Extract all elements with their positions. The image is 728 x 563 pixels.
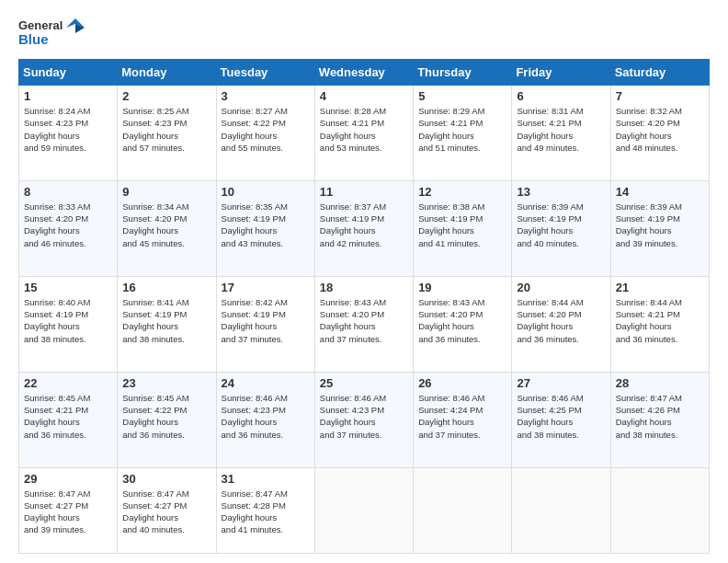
day-number: 31 <box>222 472 310 486</box>
day-number: 15 <box>24 281 112 294</box>
column-header-saturday: Saturday <box>610 60 709 86</box>
column-header-thursday: Thursday <box>414 60 512 86</box>
calendar-cell: 13Sunrise: 8:39 AMSunset: 4:19 PMDayligh… <box>512 180 610 276</box>
calendar-week-row: 1Sunrise: 8:24 AMSunset: 4:23 PMDaylight… <box>19 86 710 181</box>
page: General Blue SundayMondayTuesdayWednesda… <box>0 0 728 563</box>
calendar-cell: 25Sunrise: 8:46 AMSunset: 4:23 PMDayligh… <box>314 372 413 467</box>
svg-text:Blue: Blue <box>18 31 49 47</box>
day-number: 7 <box>616 89 704 103</box>
calendar-cell: 23Sunrise: 8:45 AMSunset: 4:22 PMDayligh… <box>118 372 216 467</box>
day-info: Sunrise: 8:47 AMSunset: 4:27 PMDaylight … <box>122 488 210 536</box>
calendar-cell <box>414 467 512 554</box>
calendar-cell: 2Sunrise: 8:25 AMSunset: 4:23 PMDaylight… <box>118 86 216 181</box>
calendar-cell: 18Sunrise: 8:43 AMSunset: 4:20 PMDayligh… <box>314 276 413 372</box>
calendar-cell: 10Sunrise: 8:35 AMSunset: 4:19 PMDayligh… <box>216 180 314 276</box>
calendar-cell: 6Sunrise: 8:31 AMSunset: 4:21 PMDaylight… <box>512 86 610 181</box>
day-info: Sunrise: 8:29 AMSunset: 4:21 PMDaylight … <box>418 105 506 154</box>
calendar-cell: 20Sunrise: 8:44 AMSunset: 4:20 PMDayligh… <box>512 276 610 372</box>
day-number: 12 <box>418 185 506 199</box>
calendar-cell: 12Sunrise: 8:38 AMSunset: 4:19 PMDayligh… <box>414 180 512 276</box>
calendar-cell: 16Sunrise: 8:41 AMSunset: 4:19 PMDayligh… <box>118 276 216 372</box>
day-number: 6 <box>517 89 605 103</box>
calendar-cell: 21Sunrise: 8:44 AMSunset: 4:21 PMDayligh… <box>610 276 709 372</box>
header: General Blue <box>18 15 710 52</box>
day-info: Sunrise: 8:46 AMSunset: 4:24 PMDaylight … <box>418 392 506 441</box>
day-info: Sunrise: 8:25 AMSunset: 4:23 PMDaylight … <box>122 105 210 154</box>
day-number: 29 <box>24 472 112 486</box>
calendar-table: SundayMondayTuesdayWednesdayThursdayFrid… <box>18 59 710 554</box>
day-info: Sunrise: 8:47 AMSunset: 4:28 PMDaylight … <box>222 488 310 536</box>
column-header-tuesday: Tuesday <box>216 60 314 86</box>
day-number: 25 <box>320 376 408 390</box>
column-header-wednesday: Wednesday <box>314 60 413 86</box>
calendar-week-row: 15Sunrise: 8:40 AMSunset: 4:19 PMDayligh… <box>19 276 710 372</box>
calendar-cell: 5Sunrise: 8:29 AMSunset: 4:21 PMDaylight… <box>414 86 512 181</box>
day-info: Sunrise: 8:43 AMSunset: 4:20 PMDaylight … <box>418 296 506 345</box>
calendar-cell: 11Sunrise: 8:37 AMSunset: 4:19 PMDayligh… <box>314 180 413 276</box>
column-header-monday: Monday <box>118 60 216 86</box>
calendar-cell <box>314 467 413 554</box>
calendar-cell: 17Sunrise: 8:42 AMSunset: 4:19 PMDayligh… <box>216 276 314 372</box>
calendar-header-row: SundayMondayTuesdayWednesdayThursdayFrid… <box>19 60 710 86</box>
calendar-cell: 4Sunrise: 8:28 AMSunset: 4:21 PMDaylight… <box>314 86 413 181</box>
day-number: 16 <box>122 281 210 294</box>
calendar-cell <box>512 467 610 554</box>
column-header-sunday: Sunday <box>19 60 118 86</box>
day-number: 18 <box>320 281 408 294</box>
calendar-week-row: 22Sunrise: 8:45 AMSunset: 4:21 PMDayligh… <box>19 372 710 467</box>
day-number: 10 <box>222 185 310 199</box>
day-number: 1 <box>24 89 112 103</box>
day-number: 4 <box>320 89 408 103</box>
day-info: Sunrise: 8:39 AMSunset: 4:19 PMDaylight … <box>616 201 704 249</box>
calendar-week-row: 29Sunrise: 8:47 AMSunset: 4:27 PMDayligh… <box>19 467 710 554</box>
day-number: 14 <box>616 185 704 199</box>
day-info: Sunrise: 8:45 AMSunset: 4:21 PMDaylight … <box>24 392 112 441</box>
calendar-cell: 8Sunrise: 8:33 AMSunset: 4:20 PMDaylight… <box>19 180 118 276</box>
logo-svg: General Blue <box>18 15 92 52</box>
calendar-cell: 30Sunrise: 8:47 AMSunset: 4:27 PMDayligh… <box>118 467 216 554</box>
day-info: Sunrise: 8:37 AMSunset: 4:19 PMDaylight … <box>320 201 408 249</box>
calendar-cell: 3Sunrise: 8:27 AMSunset: 4:22 PMDaylight… <box>216 86 314 181</box>
day-info: Sunrise: 8:40 AMSunset: 4:19 PMDaylight … <box>24 296 112 345</box>
calendar-cell: 9Sunrise: 8:34 AMSunset: 4:20 PMDaylight… <box>118 180 216 276</box>
day-info: Sunrise: 8:35 AMSunset: 4:19 PMDaylight … <box>222 201 310 249</box>
day-number: 22 <box>24 376 112 390</box>
day-number: 8 <box>24 185 112 199</box>
day-number: 13 <box>517 185 605 199</box>
day-number: 23 <box>122 376 210 390</box>
calendar-cell: 27Sunrise: 8:46 AMSunset: 4:25 PMDayligh… <box>512 372 610 467</box>
day-number: 9 <box>122 185 210 199</box>
calendar-cell <box>610 467 709 554</box>
calendar-cell: 7Sunrise: 8:32 AMSunset: 4:20 PMDaylight… <box>610 86 709 181</box>
day-number: 5 <box>418 89 506 103</box>
day-info: Sunrise: 8:41 AMSunset: 4:19 PMDaylight … <box>122 296 210 345</box>
calendar-cell: 19Sunrise: 8:43 AMSunset: 4:20 PMDayligh… <box>414 276 512 372</box>
day-number: 28 <box>616 376 704 390</box>
day-info: Sunrise: 8:43 AMSunset: 4:20 PMDaylight … <box>320 296 408 345</box>
day-info: Sunrise: 8:46 AMSunset: 4:25 PMDaylight … <box>517 392 605 441</box>
day-info: Sunrise: 8:27 AMSunset: 4:22 PMDaylight … <box>222 105 310 154</box>
day-number: 17 <box>222 281 310 294</box>
calendar-cell: 15Sunrise: 8:40 AMSunset: 4:19 PMDayligh… <box>19 276 118 372</box>
day-number: 21 <box>616 281 704 294</box>
day-info: Sunrise: 8:44 AMSunset: 4:20 PMDaylight … <box>517 296 605 345</box>
day-number: 27 <box>517 376 605 390</box>
day-info: Sunrise: 8:46 AMSunset: 4:23 PMDaylight … <box>222 392 310 441</box>
calendar-cell: 26Sunrise: 8:46 AMSunset: 4:24 PMDayligh… <box>414 372 512 467</box>
column-header-friday: Friday <box>512 60 610 86</box>
day-info: Sunrise: 8:42 AMSunset: 4:19 PMDaylight … <box>222 296 310 345</box>
day-info: Sunrise: 8:46 AMSunset: 4:23 PMDaylight … <box>320 392 408 441</box>
day-info: Sunrise: 8:45 AMSunset: 4:22 PMDaylight … <box>122 392 210 441</box>
day-info: Sunrise: 8:24 AMSunset: 4:23 PMDaylight … <box>24 105 112 154</box>
day-info: Sunrise: 8:44 AMSunset: 4:21 PMDaylight … <box>616 296 704 345</box>
day-info: Sunrise: 8:47 AMSunset: 4:26 PMDaylight … <box>616 392 704 441</box>
calendar-cell: 29Sunrise: 8:47 AMSunset: 4:27 PMDayligh… <box>19 467 118 554</box>
day-info: Sunrise: 8:31 AMSunset: 4:21 PMDaylight … <box>517 105 605 154</box>
day-number: 24 <box>222 376 310 390</box>
day-number: 11 <box>320 185 408 199</box>
calendar-cell: 22Sunrise: 8:45 AMSunset: 4:21 PMDayligh… <box>19 372 118 467</box>
day-number: 3 <box>222 89 310 103</box>
svg-text:General: General <box>18 18 63 32</box>
day-number: 26 <box>418 376 506 390</box>
day-info: Sunrise: 8:38 AMSunset: 4:19 PMDaylight … <box>418 201 506 249</box>
